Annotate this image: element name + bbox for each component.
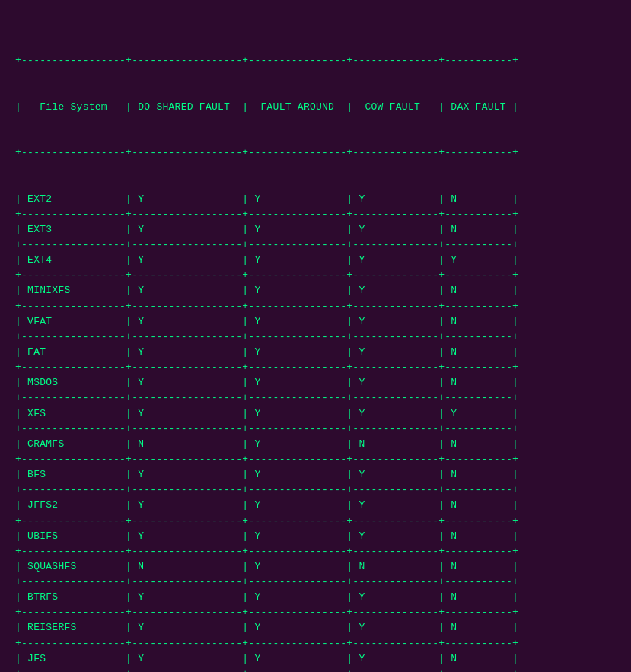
table-row: | MINIXFS | Y | Y | Y | N | <box>15 283 518 298</box>
row-separator: +-----------------+------------------+--… <box>15 452 518 467</box>
row-separator: +-----------------+------------------+--… <box>15 514 518 529</box>
table-row: | FAT | Y | Y | Y | N | <box>15 345 518 360</box>
table-row: | REISERFS | Y | Y | Y | N | <box>15 620 518 635</box>
top-border: +-----------------+------------------+--… <box>15 53 518 68</box>
row-separator: +-----------------+------------------+--… <box>15 237 518 253</box>
table-row: | EXT3 | Y | Y | Y | N | <box>15 222 518 237</box>
table-row: | EXT2 | Y | Y | Y | N | <box>15 192 518 207</box>
table-row: | XFS | Y | Y | Y | Y | <box>15 406 518 422</box>
table-row: | MSDOS | Y | Y | Y | N | <box>15 375 518 390</box>
row-separator: +-----------------+------------------+--… <box>15 360 518 375</box>
filesystem-table: +-----------------+------------------+--… <box>15 23 518 672</box>
header-border: +-----------------+------------------+--… <box>15 145 518 161</box>
table-row: | BFS | Y | Y | Y | N | <box>15 467 518 483</box>
header-row: | File System | DO SHARED FAULT | FAULT … <box>15 100 518 115</box>
table-row: | CRAMFS | N | Y | N | N | <box>15 437 518 452</box>
table-row: | BTRFS | Y | Y | Y | N | <box>15 590 518 605</box>
row-separator: +-----------------+------------------+--… <box>15 605 518 620</box>
table-row: | JFFS2 | Y | Y | Y | N | <box>15 498 518 513</box>
row-separator: +-----------------+------------------+--… <box>15 483 518 498</box>
row-separator: +-----------------+------------------+--… <box>15 422 518 437</box>
row-separator: +-----------------+------------------+--… <box>15 299 518 314</box>
row-separator: +-----------------+------------------+--… <box>15 390 518 406</box>
row-separator: +-----------------+------------------+--… <box>15 268 518 283</box>
table-row: | EXT4 | Y | Y | Y | Y | <box>15 253 518 268</box>
table-row: | VFAT | Y | Y | Y | N | <box>15 314 518 330</box>
row-separator: +-----------------+------------------+--… <box>15 636 518 651</box>
row-separator: +-----------------+------------------+--… <box>15 207 518 222</box>
row-separator: +-----------------+------------------+--… <box>15 667 518 672</box>
table-row: | JFS | Y | Y | Y | N | <box>15 651 518 667</box>
row-separator: +-----------------+------------------+--… <box>15 575 518 590</box>
table-row: | UBIFS | Y | Y | Y | N | <box>15 529 518 544</box>
row-separator: +-----------------+------------------+--… <box>15 544 518 559</box>
row-separator: +-----------------+------------------+--… <box>15 330 518 345</box>
table-row: | SQUASHFS | N | Y | N | N | <box>15 559 518 575</box>
